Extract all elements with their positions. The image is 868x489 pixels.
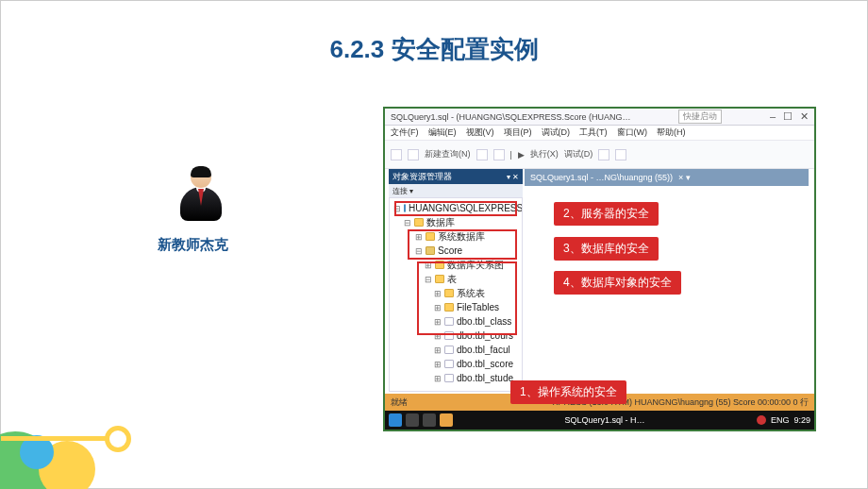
status-left: 就绪 xyxy=(391,396,408,409)
callout-server: 2、服务器的安全 xyxy=(554,202,659,226)
titlebar: SQLQuery1.sql - (HUANGNG\SQLEXPRESS.Scor… xyxy=(385,109,814,126)
callout-db: 3、数据库的安全 xyxy=(554,237,659,261)
lang-indicator[interactable]: ENG xyxy=(771,415,790,425)
panel-title: 对象资源管理器 xyxy=(392,171,452,183)
tool-icon[interactable] xyxy=(598,149,609,160)
tool-icon[interactable] xyxy=(408,149,419,160)
ie-icon[interactable] xyxy=(406,413,419,427)
callout-box-server xyxy=(394,201,517,216)
menubar: 文件(F) 编辑(E) 视图(V) 项目(P) 调试(D) 工具(T) 窗口(W… xyxy=(385,126,814,141)
tool-icon[interactable] xyxy=(391,149,402,160)
callout-object: 4、数据库对象的安全 xyxy=(554,271,681,295)
debug-button[interactable]: 调试(D) xyxy=(564,148,593,160)
explorer-icon[interactable] xyxy=(423,413,436,427)
menu-project[interactable]: 项目(P) xyxy=(504,126,532,139)
tool-icon[interactable] xyxy=(476,149,488,160)
slide-title: 6.2.3 安全配置实例 xyxy=(1,33,867,66)
connect-label: 连接 ▾ xyxy=(392,186,413,196)
menu-window[interactable]: 窗口(W) xyxy=(617,126,648,139)
toolbar: 新建查询(N) | ▶ 执行(X) 调试(D) xyxy=(385,141,814,169)
tab-close-icon[interactable]: × ▾ xyxy=(678,173,691,182)
menu-file[interactable]: 文件(F) xyxy=(391,126,419,139)
taskbar-app[interactable]: SQLQuery1.sql - H… xyxy=(564,415,644,425)
window-controls: – ☐ ✕ xyxy=(770,110,809,123)
ssms-icon[interactable] xyxy=(440,413,453,427)
slide: 6.2.3 安全配置实例 新教师杰克 SQLQuery1.sql - (HUAN… xyxy=(0,0,868,489)
menu-tools[interactable]: 工具(T) xyxy=(579,126,608,139)
pin-icon[interactable]: ▾ ✕ xyxy=(507,173,519,181)
tree-table[interactable]: ⊞dbo.tbl_facul xyxy=(390,343,522,357)
maximize-icon[interactable]: ☐ xyxy=(783,110,793,123)
tool-icon[interactable] xyxy=(493,149,505,160)
editor-tab[interactable]: SQLQuery1.sql - …NG\huangng (55)) × ▾ xyxy=(525,169,809,186)
arrow-layer xyxy=(1,1,284,143)
object-explorer-header: 对象资源管理器 ▾ ✕ xyxy=(389,169,523,184)
start-icon[interactable] xyxy=(389,413,402,427)
tab-label: SQLQuery1.sql - …NG\huangng (55)) xyxy=(530,173,673,182)
callout-box-objects xyxy=(417,261,517,335)
avatar xyxy=(175,166,227,234)
tree-db-root[interactable]: ⊟数据库 xyxy=(390,215,522,229)
tray: ENG 9:29 xyxy=(757,415,810,425)
execute-button[interactable]: 执行(X) xyxy=(530,148,559,160)
clock: 9:29 xyxy=(793,415,810,425)
callout-box-db xyxy=(408,229,517,260)
decor-ring xyxy=(105,426,131,452)
tree-table[interactable]: ⊞dbo.tbl_score xyxy=(390,357,522,371)
menu-help[interactable]: 帮助(H) xyxy=(657,126,686,139)
tool-icon[interactable] xyxy=(615,149,626,160)
menu-view[interactable]: 视图(V) xyxy=(466,126,494,139)
menu-debug[interactable]: 调试(D) xyxy=(542,126,571,139)
tray-icon[interactable] xyxy=(757,415,766,425)
menu-edit[interactable]: 编辑(E) xyxy=(428,126,457,139)
avatar-label: 新教师杰克 xyxy=(158,236,228,254)
new-query-button[interactable]: 新建查询(N) xyxy=(425,148,471,160)
decor-stem xyxy=(1,436,110,441)
quicklaunch-input[interactable]: 快捷启动 xyxy=(678,110,722,124)
taskbar: SQLQuery1.sql - H… ENG 9:29 xyxy=(385,411,814,430)
connect-bar[interactable]: 连接 ▾ xyxy=(389,184,523,197)
callout-os: 1、操作系统的安全 xyxy=(510,380,626,404)
minimize-icon[interactable]: – xyxy=(770,110,776,123)
window-title: SQLQuery1.sql - (HUANGNG\SQLEXPRESS.Scor… xyxy=(391,112,631,122)
close-icon[interactable]: ✕ xyxy=(800,110,809,123)
tree-table[interactable]: ⊞dbo.tbl_stude xyxy=(390,371,522,385)
